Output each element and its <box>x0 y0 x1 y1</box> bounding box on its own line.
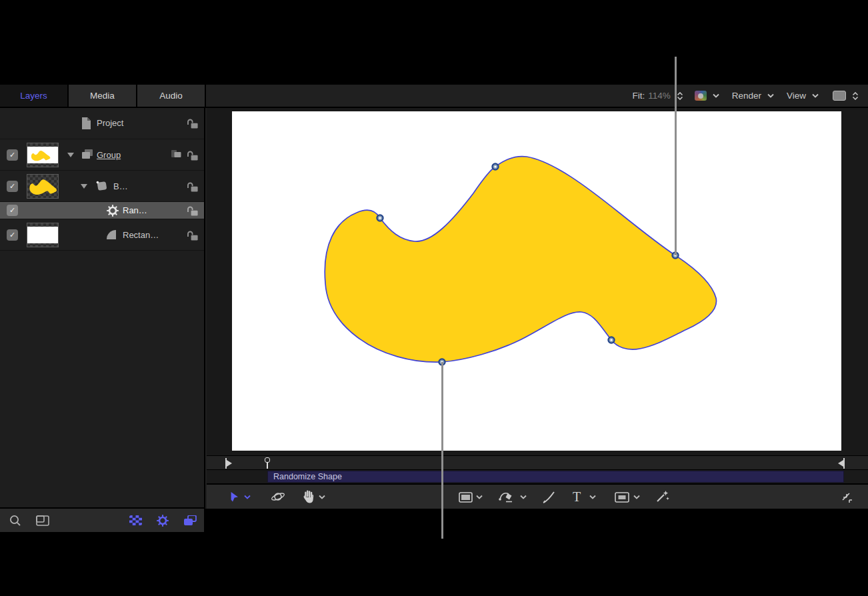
pen-tool-chevron-icon[interactable] <box>520 495 527 499</box>
paint-stroke-tool-icon[interactable] <box>541 490 556 505</box>
window-layout-stepper[interactable] <box>852 92 859 100</box>
fit-label: Fit: <box>632 91 645 101</box>
zoom-value[interactable]: 114% <box>648 91 671 101</box>
bspline-thumbnail <box>27 174 59 199</box>
layers-panel: Project ✓ <box>0 108 205 509</box>
control-point <box>492 163 498 169</box>
expand-timeline-icon[interactable] <box>840 491 852 503</box>
show-filters-icon[interactable] <box>184 515 197 526</box>
group-icon <box>82 149 93 160</box>
timeline-track: Randomize Shape <box>207 470 868 483</box>
pan-hand-tool-icon[interactable] <box>303 489 315 503</box>
behavior-bar-label: Randomize Shape <box>273 472 342 481</box>
control-point <box>377 215 383 221</box>
canvas[interactable] <box>232 111 841 451</box>
bezier-pen-tool-icon[interactable] <box>499 490 515 504</box>
behavior-bar[interactable]: Randomize Shape <box>267 471 844 483</box>
layer-name[interactable]: Group <box>97 150 121 160</box>
zoom-stepper[interactable] <box>677 92 683 100</box>
lock-open-icon[interactable] <box>187 181 199 192</box>
rectangle-tool-icon[interactable] <box>459 492 473 503</box>
lock-open-icon[interactable] <box>187 205 199 216</box>
disclosure-triangle-icon[interactable] <box>81 184 87 189</box>
render-menu[interactable]: Render <box>732 91 761 101</box>
playhead[interactable] <box>265 457 271 469</box>
group-thumbnail <box>27 143 59 167</box>
layer-name: B… <box>113 181 128 191</box>
canvas-toolbar: T <box>207 483 868 509</box>
tab-layers[interactable]: Layers <box>0 85 69 107</box>
callout-line-top <box>675 57 677 255</box>
layer-name: Project <box>97 118 123 128</box>
play-range-out-marker[interactable] <box>837 458 845 469</box>
mini-timeline[interactable] <box>207 455 868 470</box>
behavior-enable-checkbox[interactable]: ✓ <box>7 205 18 216</box>
view-chevron-icon[interactable] <box>812 93 819 98</box>
view-menu[interactable]: View <box>787 91 806 101</box>
window-layout-icon[interactable] <box>833 91 846 101</box>
bspline-shape <box>325 157 716 363</box>
tab-audio[interactable]: Audio <box>137 85 206 107</box>
bspline-shape-icon <box>95 179 107 191</box>
top-bar: Layers Media Audio Fit: 114% Render <box>0 85 868 108</box>
lock-open-icon[interactable] <box>187 230 199 241</box>
search-icon[interactable] <box>9 515 21 527</box>
layer-row-project[interactable]: Project <box>0 108 204 139</box>
text-tool-chevron-icon[interactable] <box>589 495 596 499</box>
mask-tool-icon[interactable] <box>615 492 629 503</box>
view-controls: Fit: 114% Render View <box>632 85 859 107</box>
callout-line-bottom <box>441 362 443 539</box>
color-gamut-chevron-icon[interactable] <box>713 93 719 98</box>
control-point <box>608 337 614 343</box>
rectangle-visibility-checkbox[interactable]: ✓ <box>7 229 18 241</box>
group-visibility-checkbox[interactable]: ✓ <box>7 149 18 161</box>
pan-tool-chevron-icon[interactable] <box>319 495 325 499</box>
layer-name: Ran… <box>123 205 147 215</box>
layer-row-bspline[interactable]: ✓ B… <box>0 171 204 202</box>
clone-layers-icon[interactable] <box>171 150 182 160</box>
project-document-icon <box>81 117 91 129</box>
layer-row-group[interactable]: ✓ Group <box>0 139 204 171</box>
motion-app-window: Layers Media Audio Fit: 114% Render <box>0 0 868 596</box>
bspline-visibility-checkbox[interactable]: ✓ <box>7 181 18 192</box>
show-transparency-icon[interactable] <box>129 515 142 525</box>
lock-open-icon[interactable] <box>187 150 199 161</box>
disclosure-triangle-icon[interactable] <box>67 153 74 157</box>
layers-panel-toolbar <box>0 507 204 532</box>
behavior-gear-icon <box>106 204 119 217</box>
panel-layout-icon[interactable] <box>36 515 49 526</box>
rectangle-shape-icon <box>106 229 117 240</box>
render-chevron-icon[interactable] <box>767 93 774 98</box>
text-tool-icon[interactable]: T <box>573 489 581 505</box>
3d-transform-tool-icon[interactable] <box>271 490 285 503</box>
main-window: Layers Media Audio Fit: 114% Render <box>0 85 868 509</box>
select-tool-chevron-icon[interactable] <box>244 495 251 499</box>
rectangle-thumbnail <box>27 223 59 247</box>
adjust-item-tool-icon[interactable] <box>656 490 669 503</box>
tab-media[interactable]: Media <box>69 85 137 107</box>
layer-name: Rectan… <box>123 230 159 240</box>
layer-row-randomize-behavior[interactable]: ✓ Ran… <box>0 202 204 219</box>
color-gamut-icon[interactable] <box>695 91 707 101</box>
layer-row-rectangle[interactable]: ✓ Rectan… <box>0 219 204 251</box>
show-behaviors-gear-icon[interactable] <box>156 514 169 527</box>
mask-tool-chevron-icon[interactable] <box>633 495 640 499</box>
rectangle-tool-chevron-icon[interactable] <box>476 495 483 499</box>
select-tool-icon[interactable] <box>228 491 239 503</box>
canvas-area: Randomize Shape <box>207 108 868 509</box>
lock-open-icon[interactable] <box>187 118 199 129</box>
